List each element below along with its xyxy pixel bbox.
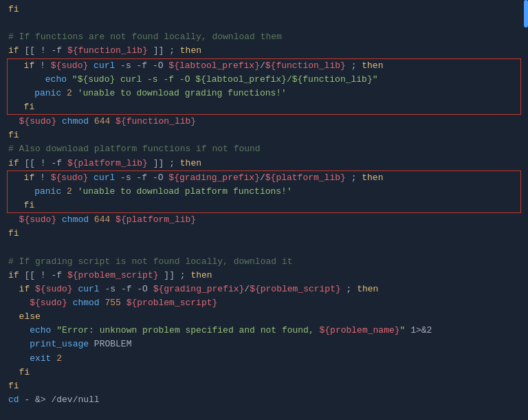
line-28: fi [0,379,528,393]
line-27: fi [0,366,528,379]
line-24: echo "Error: unknown problem specified a… [0,324,528,338]
line-21: if ${sudo} curl -s -f -O ${grading_prefi… [0,283,528,296]
box1-line3: panic 2 'unable to download grading func… [8,87,520,100]
box2-line3: fi [8,199,520,212]
scrollbar[interactable] [524,0,528,420]
line-19: # If grading script is not found locally… [0,255,528,269]
box-2: if ! ${sudo} curl -s -f -O ${grading_pre… [7,170,521,213]
line-2 [0,16,528,30]
line-12: if [[ ! -f ${platform_lib} ]] ; then [0,157,528,170]
box1-line1: if ! ${sudo} curl -s -f -O ${labtool_pre… [8,59,520,73]
box2-line2: panic 2 'unable to download platform fun… [8,185,520,199]
box1-line2: echo "${sudo} curl -s -f -O ${labtool_pr… [8,73,520,87]
line-20: if [[ ! -f ${problem_script} ]] ; then [0,269,528,283]
line-16: ${sudo} chmod 644 ${platform_lib} [0,213,528,227]
line-22: ${sudo} chmod 755 ${problem_script} [0,296,528,310]
line-1: fi [0,3,528,16]
line-4: if [[ ! -f ${function_lib} ]] ; then [0,44,528,58]
line-18 [0,241,528,254]
line-9: ${sudo} chmod 644 ${function_lib} [0,115,528,129]
line-17: fi [0,227,528,241]
box1-line4: fi [8,100,520,114]
box-1: if ! ${sudo} curl -s -f -O ${labtool_pre… [7,58,521,115]
line-3: # If functions are not found locally, do… [0,30,528,44]
code-editor: fi # If functions are not found locally,… [0,0,528,420]
box2-line1: if ! ${sudo} curl -s -f -O ${grading_pre… [8,171,520,185]
scrollbar-thumb[interactable] [524,0,528,27]
line-25: print_usage PROBLEM [0,338,528,351]
line-23: else [0,310,528,324]
line-30 [0,407,528,420]
line-26: exit 2 [0,352,528,366]
line-10: fi [0,129,528,142]
line-29: cd - &> /dev/null [0,393,528,407]
line-11: # Also download platform functions if no… [0,142,528,156]
